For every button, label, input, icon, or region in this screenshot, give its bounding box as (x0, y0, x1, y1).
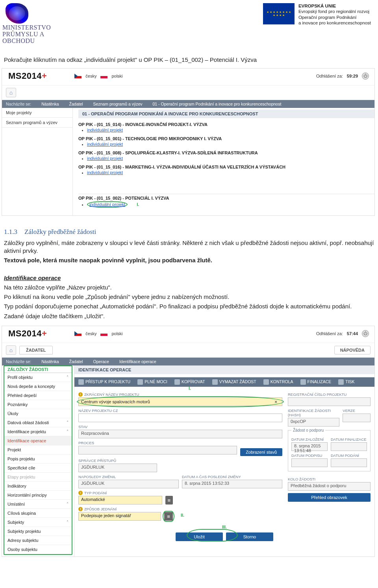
zadost-fieldset: Žádost o podporu DATUM ZALOŽENÍ8. srpna … (288, 428, 371, 471)
sidebar-item[interactable]: Adresy subjektu (4, 536, 72, 545)
proces-value (78, 446, 237, 454)
sidebar-item[interactable]: Indikátory (4, 482, 72, 491)
lang-cz[interactable]: česky (85, 331, 96, 336)
list-picker-icon[interactable]: ≡ (164, 512, 173, 521)
individualni-projekt-link[interactable]: individuální projekt (87, 128, 123, 132)
power-icon[interactable]: ⏻ (362, 330, 369, 337)
crumb-item[interactable]: Seznam programů a výzev (93, 102, 143, 106)
toolbar-pristup[interactable]: PŘÍSTUP K PROJEKTU (78, 379, 130, 385)
copy-icon (174, 379, 180, 385)
hash-value: 0xpcOP (288, 418, 339, 427)
annotation-iii: III. (222, 525, 227, 529)
naposledy-zmenil-value: JGĎURLUK (78, 480, 179, 488)
panel-title: IDENTIFIKACE OPERACE (74, 365, 374, 374)
sidebar-item-identifikace-operace[interactable]: Identifikace operace (4, 436, 72, 445)
toolbar-finalizace[interactable]: FINALIZACE (300, 379, 332, 385)
sidebar-item[interactable]: Přehled depeší (4, 391, 72, 400)
clear-icon[interactable]: × (272, 399, 280, 404)
sidebar-item[interactable]: Seznam programů a výzev (2, 118, 72, 128)
sidebar-item[interactable]: Cílová skupina (4, 509, 72, 518)
side-group-subjekty[interactable]: Subjekty˄ (4, 518, 72, 527)
side-group-datova[interactable]: Datová oblast žádosti˄ (4, 418, 72, 427)
toolbar-vymazat[interactable]: VYMAZAT ŽÁDOST (212, 379, 256, 385)
annotation-ii: II. (181, 513, 184, 518)
eu-line1: EVROPSKÁ UNIE (298, 3, 371, 9)
crumb-item[interactable]: Identifikace operace (119, 359, 156, 364)
logoff-label: Odhlášení za: (316, 331, 343, 336)
toolbar-kopirovat[interactable]: KOPÍROVAT (174, 379, 205, 385)
logoff-label: Odhlášení za: (316, 74, 343, 78)
tab-zadatel[interactable]: ŽADATEL (19, 346, 53, 354)
ulozit-button[interactable]: Uložit (176, 532, 223, 541)
individualni-projekt-link-potencial[interactable]: individuální projekt (89, 202, 125, 207)
home-icon[interactable]: ⌂ (6, 88, 16, 97)
prehled-obrazovek-button[interactable]: Přehled obrazovek (288, 493, 371, 502)
datum-podani-value (331, 458, 367, 467)
sidebar-item[interactable]: Specifické cíle (4, 464, 72, 473)
chevron-up-icon: ˄ (67, 420, 69, 425)
datum-zmeny-value: 8. srpna 2015 13:52:33 (182, 480, 282, 488)
crumb-item[interactable]: Nástěnka (41, 102, 59, 106)
sidebar-item[interactable]: Moje projekty (2, 108, 72, 118)
app-logo: MS2014+ (8, 328, 47, 339)
section-title: 01 - OPERAČNÍ PROGRAM PODNIKÁNÍ A INOVAC… (78, 109, 374, 118)
sidebar-item[interactable]: Úkoly (4, 409, 72, 418)
sidebar-item[interactable]: Poznámky (4, 400, 72, 409)
storno-button[interactable]: Storno (226, 532, 273, 541)
para: Zadané údaje uložte tlačítkem „Uložit". (4, 312, 374, 320)
logoff-value: 59:29 (347, 74, 358, 78)
nazev-projektu-input[interactable] (78, 414, 282, 422)
power-icon[interactable]: ⏻ (362, 72, 369, 80)
zalozky-heading: ZÁLOŽKY ŽÁDOSTI (4, 366, 72, 373)
side-group-profil[interactable]: Profil objektu˄ (4, 373, 72, 382)
lang-pl[interactable]: polski (111, 331, 122, 336)
chevron-up-icon: ˄ (67, 502, 69, 506)
lang-pl[interactable]: polski (111, 74, 122, 78)
sidebar-item[interactable]: Popis projektu (4, 454, 72, 464)
breadcrumb: Nacházíte se: Nástěnka Žadatel Operace I… (2, 358, 374, 365)
list-picker-icon[interactable]: ≡ (165, 496, 173, 505)
document-icon (137, 379, 143, 385)
typ-podani-input[interactable]: Automatické (78, 496, 162, 505)
check-icon (263, 379, 269, 385)
toolbar-plne-moci[interactable]: PLNÉ MOCI (137, 379, 167, 385)
stav-value: Rozpracována (78, 430, 282, 438)
sidebar-item[interactable]: Subjekty projektu (4, 527, 72, 536)
zpusob-jednani-input[interactable]: Podepisuje jeden signatář (78, 512, 161, 521)
crumb-item[interactable]: Žadatel (69, 359, 83, 364)
logo-mpo: MINISTERSTVO PRŮMYSLU A OBCHODU (2, 3, 65, 44)
lead-text: Pokračujte kliknutím na odkaz „individuá… (4, 56, 374, 64)
users-icon (78, 379, 84, 385)
side-group-identifikace[interactable]: Identifikace projektu˄ (4, 427, 72, 436)
op-item: OP PIK - (01_15_016) - MARKETING-I. VÝZV… (78, 164, 374, 178)
mpo-line2: PRŮMYSLU A OBCHODU (2, 31, 65, 45)
side-group-umisteni[interactable]: Umístění˄ (4, 500, 72, 509)
crumb-item[interactable]: Nástěnka (41, 359, 59, 364)
sidebar-item[interactable]: Projekt (4, 445, 72, 454)
eu-flag-icon (263, 3, 295, 24)
sidebar-item-disabled: Etapy projektu (4, 473, 72, 482)
crumb-item[interactable]: Žadatel (69, 102, 83, 106)
individualni-projekt-link[interactable]: individuální projekt (87, 170, 123, 175)
zobrazeni-stavu-button[interactable]: Zobrazení stavů (240, 448, 282, 456)
help-button[interactable]: NÁPOVĚDA (334, 346, 371, 354)
highlight-circle-icon: individuální projekt (87, 201, 128, 208)
toolbar-kontrola[interactable]: KONTROLA (263, 379, 293, 385)
sidebar-item[interactable]: Osoby subjektu (4, 545, 72, 554)
crumb-item[interactable]: Operace (93, 359, 109, 364)
sidebar-item[interactable]: Horizontální principy (4, 491, 72, 500)
sidebar-item[interactable]: Nová depeše a koncepty (4, 382, 72, 391)
required-icon: ! (78, 507, 83, 511)
zkraceny-nazev-input[interactable]: Centrum vývoje spalovacích motorů× (78, 397, 282, 406)
subhead-identifikace: Identifikace operace (4, 275, 61, 281)
toolbar-tisk[interactable]: TISK (338, 379, 354, 385)
crumb-item[interactable]: 01 - Operační program Podnikání a inovac… (152, 102, 281, 106)
delete-icon (212, 379, 218, 385)
home-icon[interactable]: ⌂ (6, 345, 16, 355)
individualni-projekt-link[interactable]: individuální projekt (87, 142, 123, 147)
screenshot-identifikace-operace: MS2014+ česky polski Odhlášení za: 57:44… (2, 326, 375, 557)
lang-cz[interactable]: česky (85, 74, 96, 78)
breadcrumb: Nacházíte se: Nástěnka Žadatel Seznam pr… (2, 100, 374, 108)
kolo-zadosti-value: Předběžná žádost o podporu (288, 482, 371, 491)
individualni-projekt-link[interactable]: individuální projekt (87, 156, 123, 161)
